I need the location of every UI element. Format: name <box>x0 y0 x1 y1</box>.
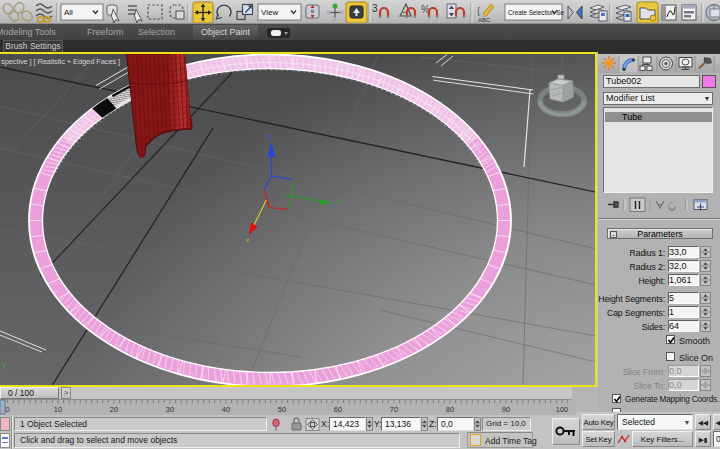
svg-text:Y: Y <box>336 198 341 205</box>
svg-text:30: 30 <box>166 405 174 414</box>
svg-text:70: 70 <box>390 405 398 414</box>
svg-text:x: x <box>246 237 249 243</box>
svg-text:100: 100 <box>556 405 569 414</box>
svg-text:90: 90 <box>502 405 510 414</box>
svg-text:spective ] [ Realistic + Edged: spective ] [ Realistic + Edged Faces ] <box>1 57 120 66</box>
svg-text:All: All <box>64 8 73 17</box>
svg-text:y: y <box>2 360 6 369</box>
svg-text:ABC: ABC <box>478 17 491 23</box>
svg-text:View: View <box>261 8 278 17</box>
svg-text:0: 0 <box>6 405 10 414</box>
svg-text:80: 80 <box>446 405 454 414</box>
svg-text:20: 20 <box>110 405 118 414</box>
svg-text:3: 3 <box>372 3 378 14</box>
svg-text:Z: Z <box>268 134 273 141</box>
svg-text:{: { <box>477 6 480 16</box>
svg-text:60: 60 <box>334 405 342 414</box>
svg-text:40: 40 <box>222 405 230 414</box>
svg-text:10: 10 <box>54 405 62 414</box>
svg-text:50: 50 <box>278 405 286 414</box>
